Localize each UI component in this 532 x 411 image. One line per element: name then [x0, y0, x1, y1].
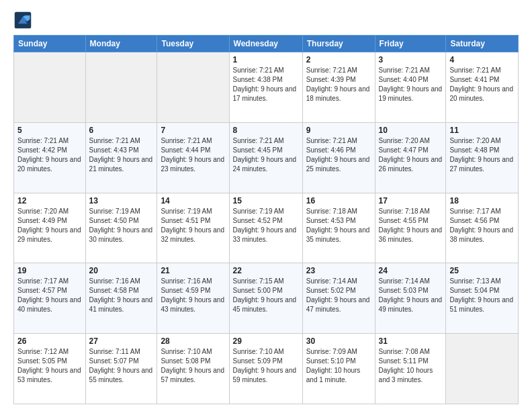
day-info: Sunrise: 7:21 AMSunset: 4:44 PMDaylight:…: [161, 136, 225, 174]
calendar-cell: 7Sunrise: 7:21 AMSunset: 4:44 PMDaylight…: [157, 122, 229, 193]
day-number: 19: [17, 266, 82, 275]
calendar-cell: 1Sunrise: 7:21 AMSunset: 4:38 PMDaylight…: [229, 52, 302, 123]
day-number: 4: [449, 55, 515, 64]
day-info: Sunrise: 7:14 AMSunset: 5:02 PMDaylight:…: [306, 277, 371, 314]
calendar-cell: 15Sunrise: 7:19 AMSunset: 4:52 PMDayligh…: [229, 193, 302, 263]
calendar-day-header: Tuesday: [157, 36, 229, 52]
calendar-cell: 4Sunrise: 7:21 AMSunset: 4:41 PMDaylight…: [446, 52, 519, 123]
day-info: Sunrise: 7:20 AMSunset: 4:48 PMDaylight:…: [449, 136, 515, 174]
day-number: 10: [379, 126, 443, 135]
calendar-cell: 17Sunrise: 7:18 AMSunset: 4:55 PMDayligh…: [375, 193, 446, 263]
day-number: 16: [306, 196, 371, 205]
calendar-cell: 29Sunrise: 7:10 AMSunset: 5:09 PMDayligh…: [229, 334, 302, 404]
calendar-week-row: 26Sunrise: 7:12 AMSunset: 5:05 PMDayligh…: [14, 334, 519, 404]
calendar-day-header: Friday: [375, 36, 446, 52]
calendar-cell: 19Sunrise: 7:17 AMSunset: 4:57 PMDayligh…: [14, 263, 86, 334]
day-info: Sunrise: 7:10 AMSunset: 5:08 PMDaylight:…: [161, 347, 225, 385]
day-info: Sunrise: 7:09 AMSunset: 5:10 PMDaylight:…: [306, 347, 371, 385]
day-number: 12: [17, 196, 82, 205]
day-info: Sunrise: 7:21 AMSunset: 4:40 PMDaylight:…: [379, 66, 443, 103]
day-number: 21: [161, 266, 225, 275]
day-number: 24: [379, 266, 443, 275]
calendar-cell: 11Sunrise: 7:20 AMSunset: 4:48 PMDayligh…: [446, 122, 519, 193]
calendar-day-header: Saturday: [446, 36, 519, 52]
day-number: 23: [306, 266, 371, 275]
calendar-week-row: 19Sunrise: 7:17 AMSunset: 4:57 PMDayligh…: [14, 263, 519, 334]
day-number: 2: [306, 55, 371, 64]
calendar-cell: 12Sunrise: 7:20 AMSunset: 4:49 PMDayligh…: [14, 193, 86, 263]
day-info: Sunrise: 7:14 AMSunset: 5:03 PMDaylight:…: [379, 277, 443, 314]
logo: [13, 11, 35, 30]
calendar-body: 1Sunrise: 7:21 AMSunset: 4:38 PMDaylight…: [14, 52, 519, 404]
calendar-cell: 6Sunrise: 7:21 AMSunset: 4:43 PMDaylight…: [85, 122, 157, 193]
calendar-cell: 25Sunrise: 7:13 AMSunset: 5:04 PMDayligh…: [446, 263, 519, 334]
day-info: Sunrise: 7:19 AMSunset: 4:52 PMDaylight:…: [233, 207, 299, 244]
calendar-cell: 16Sunrise: 7:18 AMSunset: 4:53 PMDayligh…: [302, 193, 375, 263]
day-info: Sunrise: 7:21 AMSunset: 4:46 PMDaylight:…: [306, 136, 371, 174]
day-number: 9: [306, 126, 371, 135]
day-info: Sunrise: 7:10 AMSunset: 5:09 PMDaylight:…: [233, 347, 299, 385]
calendar-header-row: SundayMondayTuesdayWednesdayThursdayFrid…: [14, 36, 519, 52]
day-number: 6: [89, 126, 154, 135]
day-number: 20: [89, 266, 154, 275]
calendar-day-header: Monday: [85, 36, 157, 52]
day-info: Sunrise: 7:21 AMSunset: 4:39 PMDaylight:…: [306, 66, 371, 103]
day-number: 11: [449, 126, 515, 135]
day-info: Sunrise: 7:17 AMSunset: 4:57 PMDaylight:…: [17, 277, 82, 314]
day-number: 8: [233, 126, 299, 135]
calendar-cell: 24Sunrise: 7:14 AMSunset: 5:03 PMDayligh…: [375, 263, 446, 334]
calendar-cell: [446, 334, 519, 404]
day-number: 3: [379, 55, 443, 64]
calendar-cell: 13Sunrise: 7:19 AMSunset: 4:50 PMDayligh…: [85, 193, 157, 263]
day-info: Sunrise: 7:21 AMSunset: 4:43 PMDaylight:…: [89, 136, 154, 174]
calendar-cell: 22Sunrise: 7:15 AMSunset: 5:00 PMDayligh…: [229, 263, 302, 334]
day-number: 7: [161, 126, 225, 135]
day-number: 31: [379, 336, 443, 346]
day-info: Sunrise: 7:21 AMSunset: 4:38 PMDaylight:…: [233, 66, 299, 103]
day-info: Sunrise: 7:17 AMSunset: 4:56 PMDaylight:…: [449, 207, 515, 244]
calendar: SundayMondayTuesdayWednesdayThursdayFrid…: [13, 35, 519, 404]
calendar-cell: 8Sunrise: 7:21 AMSunset: 4:45 PMDaylight…: [229, 122, 302, 193]
calendar-cell: 5Sunrise: 7:21 AMSunset: 4:42 PMDaylight…: [14, 122, 86, 193]
day-number: 26: [17, 336, 82, 346]
calendar-week-row: 1Sunrise: 7:21 AMSunset: 4:38 PMDaylight…: [14, 52, 519, 123]
day-number: 17: [379, 196, 443, 205]
calendar-cell: 3Sunrise: 7:21 AMSunset: 4:40 PMDaylight…: [375, 52, 446, 123]
day-info: Sunrise: 7:11 AMSunset: 5:07 PMDaylight:…: [89, 347, 154, 385]
calendar-cell: 27Sunrise: 7:11 AMSunset: 5:07 PMDayligh…: [85, 334, 157, 404]
calendar-cell: 28Sunrise: 7:10 AMSunset: 5:08 PMDayligh…: [157, 334, 229, 404]
day-info: Sunrise: 7:20 AMSunset: 4:49 PMDaylight:…: [17, 207, 82, 244]
day-info: Sunrise: 7:16 AMSunset: 4:58 PMDaylight:…: [89, 277, 154, 314]
calendar-cell: [85, 52, 157, 123]
calendar-cell: 26Sunrise: 7:12 AMSunset: 5:05 PMDayligh…: [14, 334, 86, 404]
calendar-day-header: Sunday: [14, 36, 86, 52]
calendar-cell: 21Sunrise: 7:16 AMSunset: 4:59 PMDayligh…: [157, 263, 229, 334]
day-number: 5: [17, 126, 82, 135]
day-number: 14: [161, 196, 225, 205]
day-info: Sunrise: 7:21 AMSunset: 4:42 PMDaylight:…: [17, 136, 82, 174]
calendar-cell: [157, 52, 229, 123]
day-number: 18: [449, 196, 515, 205]
day-number: 28: [161, 336, 225, 346]
day-info: Sunrise: 7:13 AMSunset: 5:04 PMDaylight:…: [449, 277, 515, 314]
calendar-cell: 2Sunrise: 7:21 AMSunset: 4:39 PMDaylight…: [302, 52, 375, 123]
day-info: Sunrise: 7:18 AMSunset: 4:53 PMDaylight:…: [306, 207, 371, 244]
day-number: 15: [233, 196, 299, 205]
day-info: Sunrise: 7:18 AMSunset: 4:55 PMDaylight:…: [379, 207, 443, 244]
page: SundayMondayTuesdayWednesdayThursdayFrid…: [0, 0, 532, 411]
day-number: 1: [233, 55, 299, 64]
calendar-cell: 23Sunrise: 7:14 AMSunset: 5:02 PMDayligh…: [302, 263, 375, 334]
calendar-cell: 31Sunrise: 7:08 AMSunset: 5:11 PMDayligh…: [375, 334, 446, 404]
day-info: Sunrise: 7:19 AMSunset: 4:50 PMDaylight:…: [89, 207, 154, 244]
day-info: Sunrise: 7:08 AMSunset: 5:11 PMDaylight:…: [379, 347, 443, 385]
day-number: 25: [449, 266, 515, 275]
day-info: Sunrise: 7:20 AMSunset: 4:47 PMDaylight:…: [379, 136, 443, 174]
day-number: 30: [306, 336, 371, 346]
logo-icon: [13, 11, 32, 30]
calendar-week-row: 5Sunrise: 7:21 AMSunset: 4:42 PMDaylight…: [14, 122, 519, 193]
calendar-week-row: 12Sunrise: 7:20 AMSunset: 4:49 PMDayligh…: [14, 193, 519, 263]
header: [13, 11, 519, 30]
day-info: Sunrise: 7:12 AMSunset: 5:05 PMDaylight:…: [17, 347, 82, 385]
day-number: 22: [233, 266, 299, 275]
calendar-cell: 10Sunrise: 7:20 AMSunset: 4:47 PMDayligh…: [375, 122, 446, 193]
